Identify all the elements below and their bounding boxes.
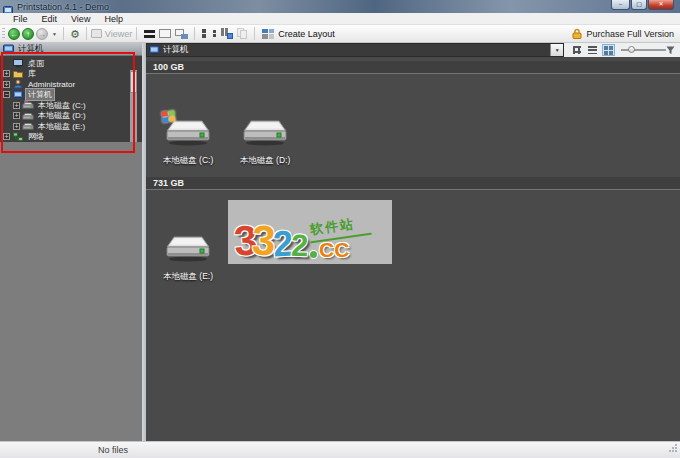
menu-help[interactable]: Help [97,13,130,25]
layout-caption-icon[interactable] [175,29,188,39]
expand-glyph[interactable]: + [3,81,10,88]
layout-bars-icon[interactable] [143,29,155,39]
location-combo[interactable]: 计算机 ▼ [146,43,564,57]
viewer-button[interactable]: Viewer [91,29,132,39]
main-panel: 计算机 ▼ 100 GB [146,43,680,441]
window-controls: – ▢ ✕ [611,0,674,10]
slider-thumb[interactable] [628,46,635,53]
group-header: 731 GB [146,177,680,190]
minimize-button[interactable]: – [611,0,630,10]
tree-item-desktop[interactable]: 桌面 [0,58,142,69]
drive-label: 本地磁盘 (E:) [152,271,224,283]
grid-badge-icon[interactable] [221,28,233,39]
purchase-label: Purchase Full Version [586,29,674,39]
tree-item-disk-e[interactable]: + 本地磁盘 (E:) [0,121,142,132]
tree-item-label: 本地磁盘 (C:) [36,100,88,111]
create-layout-label: Create Layout [278,29,335,39]
status-text: No files [98,445,128,455]
app-icon [3,2,13,12]
create-layout-icon [262,29,274,39]
expand-glyph[interactable]: + [13,112,20,119]
view-large-icons-button[interactable] [602,44,615,56]
view-tiles-button[interactable] [570,44,583,56]
viewer-monitor-icon [91,29,102,38]
tree-item-administrator[interactable]: + Administrator [0,79,142,90]
toolbar-separator [86,27,87,40]
expand-glyph[interactable]: + [13,102,20,109]
desktop-icon [12,58,24,68]
purchase-full-version-button[interactable]: Purchase Full Version [572,28,674,39]
disk-group: 100 GB 本地磁盘 (C:) [146,61,680,167]
resize-grip-icon[interactable] [669,438,678,456]
tree-scrollbar[interactable] [130,70,137,142]
up-button[interactable]: ↑ [22,28,34,40]
folder-tree: 桌面 + 库 + Administrator − 计算机 [0,56,142,142]
back-button[interactable]: ← [8,28,20,40]
disk-group: 731 GB 本地磁盘 (E:) [146,177,680,283]
file-content-area: 100 GB 本地磁盘 (C:) [146,57,680,441]
expand-glyph[interactable]: + [3,70,10,77]
tree-item-label: 网络 [26,131,46,142]
location-dropdown-button[interactable]: ▼ [550,44,563,56]
tree-scrollbar-thumb[interactable] [130,71,137,93]
menu-view[interactable]: View [64,13,97,25]
expand-glyph[interactable]: + [3,133,10,140]
menu-edit[interactable]: Edit [35,13,65,25]
windows-logo-icon [161,110,175,123]
forward-button[interactable]: → [36,28,48,40]
menu-file[interactable]: File [6,13,35,25]
toolbar-separator [136,27,137,40]
app-window: Printstation 4.1 - Demo – ▢ ✕ File Edit … [0,0,680,458]
settings-gear-icon[interactable]: ⚙ [70,28,80,40]
drive-label: 本地磁盘 (D:) [229,155,301,167]
tile-row: 本地磁盘 (E:) [146,190,680,283]
hard-drive-icon [229,114,301,150]
tree-item-label: 本地磁盘 (E:) [36,121,87,132]
user-icon [12,79,24,89]
hard-drive-icon [152,114,224,150]
drive-e-item[interactable]: 本地磁盘 (E:) [152,230,224,283]
network-icon [12,132,24,142]
nav-dropdown-caret-icon[interactable]: ▼ [52,31,57,37]
tree-item-label: 本地磁盘 (D:) [36,110,88,121]
tree-item-label: Administrator [26,80,77,89]
disk-icon [22,111,34,121]
drive-c-item[interactable]: 本地磁盘 (C:) [152,114,224,167]
maximize-button[interactable]: ▢ [631,0,647,10]
filter-funnel-icon[interactable] [666,46,675,55]
layout-rows-icon[interactable] [159,29,171,38]
tree-panel-header[interactable]: 计算机 [0,43,142,56]
toolbar-grip [2,28,5,40]
distribute-vertical-icon[interactable] [201,28,207,39]
disk-icon [22,121,34,131]
view-list-button[interactable] [586,44,599,56]
view-mode-buttons [570,44,615,56]
lock-icon [572,28,582,39]
create-layout-button[interactable]: Create Layout [259,28,338,40]
tree-item-disk-d[interactable]: + 本地磁盘 (D:) [0,111,142,122]
computer-icon [149,45,160,56]
title-bar: Printstation 4.1 - Demo – ▢ ✕ [0,0,680,13]
tile-row: 本地磁盘 (C:) 本地磁盘 (D:) [146,74,680,167]
tree-item-libraries[interactable]: + 库 [0,69,142,80]
folder-tree-panel: 计算机 桌面 + 库 + Administrator [0,43,142,441]
tree-item-network[interactable]: + 网络 [0,132,142,143]
status-bar: No files [0,441,680,458]
expand-glyph[interactable]: + [13,123,20,130]
collapse-glyph[interactable]: − [3,91,10,98]
tree-item-disk-c[interactable]: + 本地磁盘 (C:) [0,100,142,111]
icon-size-slider[interactable] [621,44,666,56]
address-bar: 计算机 ▼ [146,43,680,57]
hard-drive-icon [152,230,224,266]
location-text: 计算机 [163,44,189,56]
tree-item-computer[interactable]: − 计算机 [0,90,142,101]
close-button[interactable]: ✕ [648,0,674,10]
distribute-vertical-small-icon[interactable] [211,28,217,39]
group-header: 100 GB [146,61,680,74]
computer-icon [12,90,24,100]
drive-d-item[interactable]: 本地磁盘 (D:) [229,114,301,167]
pages-icon[interactable] [237,28,248,39]
computer-icon [3,44,15,55]
toolbar-separator [63,27,64,40]
toolbar-separator [194,27,195,40]
